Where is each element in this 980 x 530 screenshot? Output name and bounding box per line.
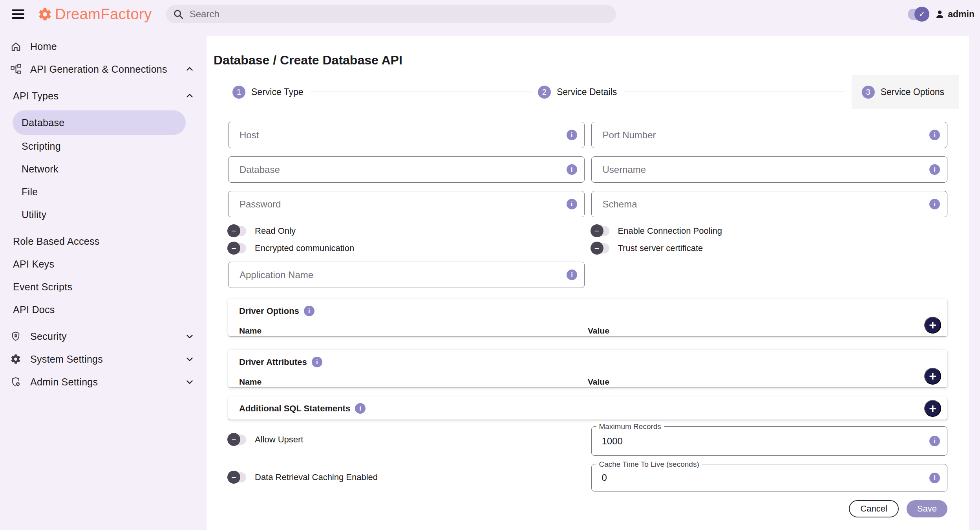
info-icon[interactable]: i xyxy=(312,357,322,367)
content-panel: Database / Create Database API 1 Service… xyxy=(207,36,969,530)
theme-toggle[interactable]: ✓ xyxy=(908,9,927,20)
add-driver-option-button[interactable]: + xyxy=(924,317,941,334)
sidebar-item-database[interactable]: Database xyxy=(13,110,186,135)
switch-off[interactable]: − xyxy=(591,243,609,253)
data-retrieval-caching-toggle[interactable]: − Data Retrieval Caching Enabled xyxy=(228,469,378,486)
brand-logo[interactable]: DreamFactory xyxy=(38,6,152,23)
sidebar-item-label: Role Based Access xyxy=(13,236,100,247)
add-sql-statement-button[interactable]: + xyxy=(924,400,941,417)
sidebar: Home API Generation & Connections API Ty… xyxy=(0,28,207,530)
chevron-up-icon[interactable] xyxy=(185,91,195,101)
menu-icon[interactable] xyxy=(12,9,24,19)
sidebar-item-label: System Settings xyxy=(30,354,103,365)
sidebar-item-security[interactable]: Security xyxy=(0,325,207,348)
placeholder-text: Application Name xyxy=(240,270,313,281)
info-icon[interactable]: i xyxy=(929,473,940,483)
sidebar-item-system-settings[interactable]: System Settings xyxy=(0,348,207,370)
toggle-label: Enable Connection Pooling xyxy=(618,226,722,236)
info-icon[interactable]: i xyxy=(929,436,940,446)
info-icon[interactable]: i xyxy=(304,306,314,316)
toggle-label: Data Retrieval Caching Enabled xyxy=(255,472,378,482)
main-area: Database / Create Database API 1 Service… xyxy=(207,28,980,530)
check-icon: ✓ xyxy=(914,7,929,22)
connection-pooling-toggle[interactable]: − Enable Connection Pooling xyxy=(591,222,948,240)
cache-ttl-field[interactable]: Cache Time To Live (seconds) 0 i xyxy=(591,464,948,491)
sidebar-item-label: Scripting xyxy=(22,141,61,152)
chevron-down-icon[interactable] xyxy=(185,377,195,387)
placeholder-text: Port Number xyxy=(603,130,656,141)
sidebar-item-api-types[interactable]: API Types xyxy=(0,84,207,107)
save-button[interactable]: Save xyxy=(907,500,947,517)
sidebar-item-label: API Generation & Connections xyxy=(30,64,167,75)
step-service-options-active[interactable]: 3 Service Options xyxy=(852,75,959,109)
stepper-connector xyxy=(311,92,531,92)
info-icon[interactable]: i xyxy=(567,164,577,175)
info-icon[interactable]: i xyxy=(929,199,940,209)
database-field[interactable]: Database i xyxy=(228,156,585,183)
sidebar-item-api-keys[interactable]: API Keys xyxy=(0,253,207,275)
username-field[interactable]: Username i xyxy=(591,156,948,183)
maximum-records-field[interactable]: Maximum Records 1000 i xyxy=(591,426,948,456)
search-input[interactable]: Search xyxy=(166,5,616,23)
sidebar-item-admin-settings[interactable]: Admin Settings xyxy=(0,370,207,393)
info-icon[interactable]: i xyxy=(355,403,366,414)
user-menu[interactable]: admin xyxy=(934,9,975,20)
info-icon[interactable]: i xyxy=(929,130,940,140)
switch-off[interactable]: − xyxy=(228,226,246,236)
chevron-up-icon[interactable] xyxy=(185,64,195,74)
field-label: Cache Time To Live (seconds) xyxy=(596,460,702,469)
sidebar-item-event-scripts[interactable]: Event Scripts xyxy=(0,275,207,298)
topbar-right: ✓ admin xyxy=(908,9,975,20)
minus-icon: − xyxy=(227,433,240,446)
placeholder-text: Host xyxy=(240,130,259,141)
field-value: 0 xyxy=(602,472,607,483)
sidebar-item-file[interactable]: File xyxy=(0,180,207,203)
brand-name: DreamFactory xyxy=(55,6,152,23)
additional-sql-section: Additional SQL Statements i + xyxy=(228,397,947,420)
cancel-button[interactable]: Cancel xyxy=(849,500,898,517)
sidebar-item-label: Admin Settings xyxy=(30,376,98,388)
chevron-down-icon[interactable] xyxy=(185,331,195,341)
sidebar-item-network[interactable]: Network xyxy=(0,158,207,180)
add-driver-attribute-button[interactable]: + xyxy=(924,368,941,385)
chevron-down-icon[interactable] xyxy=(185,354,195,364)
sidebar-item-utility[interactable]: Utility xyxy=(0,203,207,226)
sidebar-item-role-based-access[interactable]: Role Based Access xyxy=(0,230,207,253)
trust-server-certificate-toggle[interactable]: − Trust server certificate xyxy=(591,240,948,257)
sidebar-item-api-generation[interactable]: API Generation & Connections xyxy=(0,58,207,81)
column-header-name: Name xyxy=(239,326,588,336)
sidebar-item-label: Utility xyxy=(22,209,46,220)
switch-off[interactable]: − xyxy=(591,226,609,236)
application-name-field[interactable]: Application Name i xyxy=(228,262,585,288)
sidebar-item-home[interactable]: Home xyxy=(0,35,207,58)
sidebar-item-label: Event Scripts xyxy=(13,281,72,293)
port-number-field[interactable]: Port Number i xyxy=(591,122,948,148)
sidebar-item-api-docs[interactable]: API Docs xyxy=(0,298,207,321)
field-label: Maximum Records xyxy=(596,422,664,431)
info-icon[interactable]: i xyxy=(567,130,577,140)
info-icon[interactable]: i xyxy=(567,199,577,209)
info-icon[interactable]: i xyxy=(567,270,577,280)
switch-off[interactable]: − xyxy=(228,435,246,445)
info-icon[interactable]: i xyxy=(929,164,940,175)
toggle-label: Read Only xyxy=(255,226,296,236)
step-service-type[interactable]: 1 Service Type xyxy=(232,86,304,99)
step-service-details[interactable]: 2 Service Details xyxy=(538,86,617,99)
password-field[interactable]: Password i xyxy=(228,191,585,217)
schema-field[interactable]: Schema i xyxy=(591,191,948,217)
placeholder-text: Password xyxy=(240,199,281,210)
encrypted-communication-toggle[interactable]: − Encrypted communication xyxy=(228,240,585,257)
sidebar-item-scripting[interactable]: Scripting xyxy=(0,135,207,158)
allow-upsert-toggle[interactable]: − Allow Upsert xyxy=(228,431,303,448)
sidebar-item-label: Home xyxy=(30,41,57,52)
minus-icon: − xyxy=(227,242,240,255)
switch-off[interactable]: − xyxy=(228,243,246,253)
search-placeholder: Search xyxy=(190,9,219,20)
page-title: Database / Create Database API xyxy=(214,36,969,68)
switch-off[interactable]: − xyxy=(228,472,246,482)
host-field[interactable]: Host i xyxy=(228,122,585,148)
read-only-toggle[interactable]: − Read Only xyxy=(228,222,585,240)
step-label: Service Type xyxy=(251,87,304,97)
shield-lock-icon xyxy=(10,331,22,342)
step-number-badge: 1 xyxy=(232,86,245,99)
